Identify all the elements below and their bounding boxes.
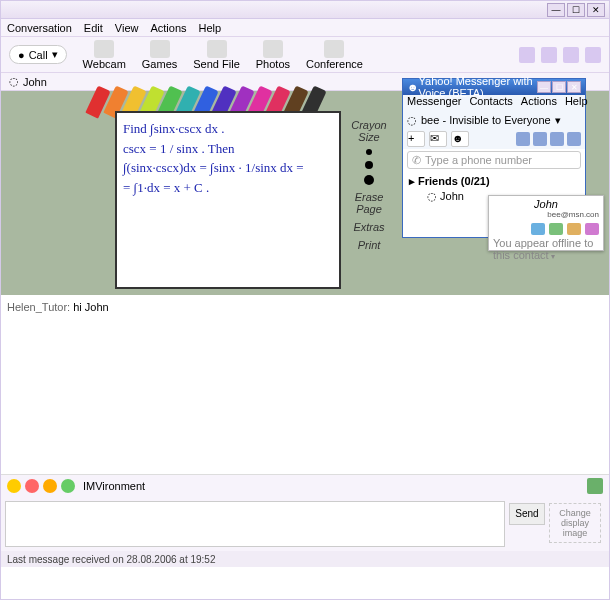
games-button[interactable]: Games — [142, 40, 177, 70]
menu-actions[interactable]: Actions — [150, 22, 186, 34]
tooltip-mail-icon[interactable] — [585, 223, 599, 235]
input-zone: Send Change display image — [1, 497, 609, 551]
minimize-button[interactable]: — — [547, 3, 565, 17]
menubar: Conversation Edit View Actions Help — [1, 19, 609, 37]
add-contact-button[interactable]: + — [407, 131, 425, 147]
format-bar: IMVironment — [1, 475, 609, 497]
webcam-icon — [94, 40, 114, 58]
tooltip-footer: You appear offline to this contact ▾ — [493, 237, 599, 261]
chat-message: hi John — [73, 301, 108, 313]
sendfile-icon — [207, 40, 227, 58]
message-input[interactable] — [5, 501, 505, 547]
size-dot-large[interactable] — [364, 175, 374, 185]
contact-tooltip: John bee@msn.con You appear offline to t… — [488, 195, 604, 251]
size-dot-med[interactable] — [365, 161, 373, 169]
messenger-icon: ☻ — [407, 81, 419, 93]
msgr-menu-messenger[interactable]: Messenger — [407, 95, 461, 111]
extras-button[interactable]: Extras — [346, 221, 392, 233]
menu-conversation[interactable]: Conversation — [7, 22, 72, 34]
emoji-buzz-icon[interactable] — [25, 479, 39, 493]
conference-button[interactable]: Conference — [306, 40, 363, 70]
tooltip-name: John — [493, 198, 599, 210]
photos-icon — [263, 40, 283, 58]
call-button[interactable]: ● Call ▾ — [9, 45, 67, 64]
math-line-1: Find ∫sinx·cscx dx . — [123, 119, 333, 139]
status-bar: Last message received on 28.08.2006 at 1… — [1, 551, 609, 567]
status-dot-icon: ◌ — [407, 114, 417, 127]
tool-icon-3[interactable] — [563, 47, 579, 63]
size-dot-small[interactable] — [366, 149, 372, 155]
imv-label[interactable]: IMVironment — [83, 480, 145, 492]
whiteboard-tools: Crayon Size Erase Page Extras Print — [346, 119, 392, 257]
friends-header[interactable]: ▸ Friends (0/21) — [409, 175, 579, 188]
messenger-menubar: Messenger Contacts Actions Help — [403, 95, 585, 111]
math-line-2: cscx = 1 / sinx . Then — [123, 139, 333, 159]
messenger-toolbar: + ✉ ☻ — [403, 129, 585, 149]
user-status-icon[interactable] — [587, 478, 603, 494]
tooltip-email: bee@msn.con — [493, 210, 599, 219]
sendfile-button[interactable]: Send File — [193, 40, 239, 70]
radio-icon[interactable] — [550, 132, 564, 146]
dropdown-icon: ▾ — [52, 48, 58, 61]
msgr-menu-help[interactable]: Help — [565, 95, 588, 111]
mail-icon[interactable] — [516, 132, 530, 146]
messenger-titlebar: ☻ Yahoo! Messenger with Voice (BETA) — ☐… — [403, 79, 585, 95]
photos-button[interactable]: Photos — [256, 40, 290, 70]
msgr-min-button[interactable]: — — [537, 81, 551, 93]
chat-author: Helen_Tutor: — [7, 301, 70, 313]
emoji-env-icon[interactable] — [61, 479, 75, 493]
chevron-down-icon: ▾ — [555, 114, 561, 127]
menu-help[interactable]: Help — [199, 22, 222, 34]
webcam-button[interactable]: Webcam — [83, 40, 126, 70]
games-shortcut-icon[interactable] — [567, 132, 581, 146]
titlebar: — ☐ ✕ — [1, 1, 609, 19]
erase-page-button[interactable]: Erase Page — [346, 191, 392, 215]
close-button[interactable]: ✕ — [587, 3, 605, 17]
math-line-3: ∫(sinx·cscx)dx = ∫sinx · 1/sinx dx = — [123, 158, 333, 178]
chat-button[interactable]: ☻ — [451, 131, 469, 147]
msgr-max-button[interactable]: ☐ — [552, 81, 566, 93]
conference-icon — [324, 40, 344, 58]
phone-icon: ● — [18, 49, 25, 61]
tooltip-sms-icon[interactable] — [567, 223, 581, 235]
send-button[interactable]: Send — [509, 503, 545, 525]
msgr-menu-contacts[interactable]: Contacts — [469, 95, 512, 111]
contact-name: John — [23, 76, 47, 88]
maximize-button[interactable]: ☐ — [567, 3, 585, 17]
games-icon — [150, 40, 170, 58]
calendar-icon[interactable] — [533, 132, 547, 146]
tooltip-im-icon[interactable] — [531, 223, 545, 235]
chat-history: Helen_Tutor: hi John — [1, 295, 609, 475]
tool-icon-1[interactable] — [519, 47, 535, 63]
status-icon: ◌ — [9, 75, 19, 88]
emoji-smile-icon[interactable] — [7, 479, 21, 493]
math-line-4: = ∫1·dx = x + C . — [123, 178, 333, 198]
print-button[interactable]: Print — [346, 239, 392, 251]
menu-view[interactable]: View — [115, 22, 139, 34]
menu-edit[interactable]: Edit — [84, 22, 103, 34]
phone-input[interactable]: ✆ Type a phone number — [407, 151, 581, 169]
tool-icon-4[interactable] — [585, 47, 601, 63]
toolbar: ● Call ▾ Webcam Games Send File Photos C… — [1, 37, 609, 73]
crayon-size-button[interactable]: Crayon Size — [346, 119, 392, 143]
whiteboard-canvas[interactable]: Find ∫sinx·cscx dx . cscx = 1 / sinx . T… — [115, 111, 341, 289]
change-display-image[interactable]: Change display image — [549, 503, 601, 543]
tool-icon-2[interactable] — [541, 47, 557, 63]
sms-button[interactable]: ✉ — [429, 131, 447, 147]
emoji-audibles-icon[interactable] — [43, 479, 57, 493]
tooltip-call-icon[interactable] — [549, 223, 563, 235]
phone-icon: ✆ — [412, 154, 421, 167]
msgr-menu-actions[interactable]: Actions — [521, 95, 557, 111]
msgr-close-button[interactable]: ✕ — [567, 81, 581, 93]
messenger-status-row[interactable]: ◌ bee - Invisible to Everyone ▾ — [403, 111, 585, 129]
